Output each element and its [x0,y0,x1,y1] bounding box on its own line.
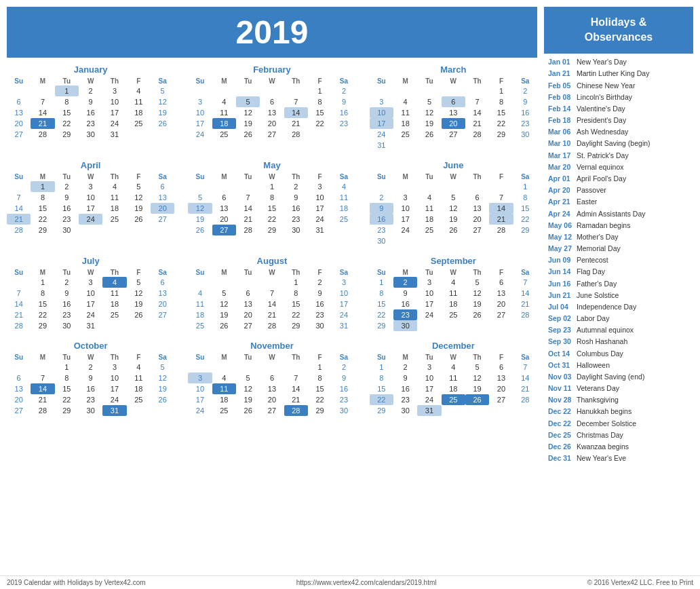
day-header-tu: Tu [236,353,260,362]
empty-cell [442,405,465,416]
day-cell: 7 [236,192,260,203]
empty-cell [188,277,212,288]
day-cell: 4 [102,181,126,192]
day-cell: 6 [489,362,513,373]
day-cell: 8 [55,96,79,107]
day-cell: 20 [151,299,174,309]
holiday-date: Feb 05 [548,81,574,90]
day-cell: 29 [489,129,513,140]
day-header-tu: Tu [417,172,441,181]
day-cell: 3 [79,181,102,192]
day-header-sa: Sa [513,172,537,181]
day-cell: 8 [370,288,393,299]
month-october: OctoberSuMTuWThFSa1234567891011121314151… [7,341,174,416]
day-cell: 17 [102,383,126,394]
holiday-name: President's Day [577,115,626,125]
holiday-date: Dec 22 [548,406,574,416]
day-cell: 25 [212,405,236,416]
day-cell: 15 [31,299,54,309]
day-header-su: Su [7,172,31,181]
day-cell: 14 [260,299,284,309]
day-cell: 2 [79,86,102,96]
day-header-w: W [79,172,102,181]
day-header-su: Su [188,77,212,86]
day-header-sa: Sa [151,268,174,277]
day-cell: 9 [308,288,332,299]
day-cell: 14 [284,383,308,394]
day-cell: 11 [127,373,151,383]
holiday-name: Mother's Day [577,232,619,242]
month-title: March [370,64,537,75]
day-cell: 22 [370,309,393,320]
day-cell: 2 [332,86,355,96]
holiday-item: May 12Mother's Day [548,231,689,242]
holiday-item: Jul 04Independence Day [548,301,689,312]
empty-cell [284,86,308,96]
day-header-tu: Tu [417,77,441,86]
day-cell: 14 [465,107,489,118]
day-cell: 3 [393,192,417,203]
empty-cell [393,235,417,246]
holiday-date: Apr 21 [548,197,574,206]
main-content: 2019 JanuarySuMTuWThFSa12345678910111213… [0,0,700,575]
holiday-date: Mar 20 [548,162,574,172]
day-header-su: Su [7,268,31,277]
day-cell: 30 [513,129,537,140]
day-cell: 1 [308,362,332,373]
day-header-tu: Tu [417,268,441,277]
day-header-tu: Tu [55,268,79,277]
day-cell: 16 [79,107,102,118]
day-cell: 20 [260,118,284,129]
day-header-w: W [260,172,284,181]
day-header-w: W [442,172,465,181]
empty-cell [393,86,417,96]
day-header-th: Th [284,77,308,86]
holiday-name: Easter [577,197,597,206]
month-september: SeptemberSuMTuWThFSa12345678910111213141… [370,256,537,331]
day-cell: 16 [308,299,332,309]
day-cell: 5 [127,181,151,192]
day-cell: 19 [127,203,151,214]
holiday-date: Dec 22 [548,419,574,428]
day-cell: 4 [127,362,151,373]
day-header-m: M [31,77,54,86]
day-cell: 29 [284,320,308,331]
day-cell: 10 [370,107,393,118]
day-cell: 16 [513,107,537,118]
month-title: September [370,256,537,266]
day-cell: 7 [284,96,308,107]
day-cell: 6 [7,96,31,107]
holiday-item: Nov 28Thanksgiving [548,394,689,406]
day-cell: 13 [7,107,31,118]
empty-cell [465,235,489,246]
day-cell: 16 [55,203,79,214]
empty-cell [489,181,513,192]
day-cell: 20 [442,118,465,129]
holiday-date: Mar 17 [548,151,574,160]
day-cell: 26 [127,309,151,320]
day-cell: 30 [393,320,417,331]
holiday-date: Mar 10 [548,138,574,148]
day-cell: 30 [55,225,79,235]
month-table: SuMTuWThFSa12345678910111213141516171819… [7,268,174,331]
day-cell: 23 [55,309,79,320]
day-header-f: F [489,268,513,277]
day-cell: 5 [417,96,441,107]
holiday-date: Jun 21 [548,290,574,300]
holiday-name: Ramadan begins [577,221,630,230]
day-cell: 21 [284,118,308,129]
holiday-name: Kwanzaa begins [577,442,629,451]
day-cell: 12 [188,203,212,214]
day-header-sa: Sa [513,353,537,362]
empty-cell [188,86,212,96]
day-cell: 29 [513,225,537,235]
holiday-item: May 06Ramadan begins [548,219,689,231]
empty-cell [7,277,31,288]
day-header-su: Su [188,172,212,181]
holiday-name: Labor Day [577,314,609,323]
day-header-w: W [442,77,465,86]
sidebar-header: Holidays &Observances [544,7,693,54]
holiday-date: Jan 21 [548,69,574,78]
day-cell: 28 [236,225,260,235]
day-cell: 18 [442,383,465,394]
